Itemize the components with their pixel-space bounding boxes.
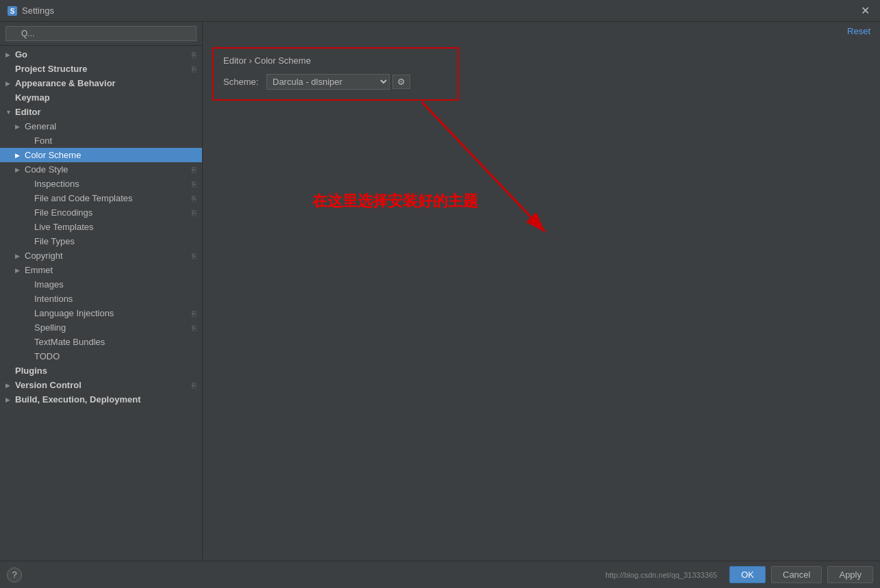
cancel-button[interactable]: Cancel	[771, 566, 822, 583]
sidebar-item-label: Color Scheme	[25, 150, 197, 160]
content-body: Editor › Color Scheme Scheme: Darcula - …	[203, 40, 880, 561]
sidebar: ▶Go⎘Project Structure⎘▶Appearance & Beha…	[0, 22, 203, 561]
annotation-svg	[340, 81, 751, 355]
tree-arrow: ▶	[15, 166, 25, 173]
copy-icon: ⎘	[192, 309, 197, 318]
sidebar-item-keymap[interactable]: Keymap	[0, 90, 202, 105]
tree: ▶Go⎘Project Structure⎘▶Appearance & Beha…	[0, 46, 202, 561]
svg-line-3	[422, 102, 545, 232]
scheme-panel: Editor › Color Scheme Scheme: Darcula - …	[212, 47, 459, 101]
copy-icon: ⎘	[192, 324, 197, 332]
titlebar: S Settings ✕	[0, 0, 880, 22]
scheme-gear-button[interactable]: ⚙	[392, 75, 410, 89]
scheme-label: Scheme:	[223, 77, 261, 87]
sidebar-item-plugins[interactable]: Plugins	[0, 363, 202, 378]
sidebar-item-label: Intentions	[34, 294, 197, 304]
sidebar-item-label: Editor	[15, 107, 197, 117]
copy-icon: ⎘	[192, 180, 197, 188]
content-header: Reset	[203, 22, 880, 40]
sidebar-item-label: Keymap	[15, 92, 197, 103]
sidebar-item-label: Live Templates	[34, 222, 197, 232]
sidebar-item-label: Spelling	[34, 322, 189, 333]
bottom-left: ?	[7, 567, 22, 583]
tree-arrow: ▶	[5, 80, 15, 87]
tree-arrow: ▶	[15, 253, 25, 259]
sidebar-item-copyright[interactable]: ▶Copyright⎘	[0, 248, 202, 263]
sidebar-item-label: Font	[34, 136, 197, 146]
sidebar-item-editor[interactable]: ▼Editor	[0, 105, 202, 119]
search-box	[0, 22, 202, 46]
annotation-area	[340, 81, 751, 355]
sidebar-item-label: Plugins	[15, 366, 197, 376]
url-text: http://blog.csdn.net/qq_31333365	[605, 571, 717, 579]
sidebar-item-label: Go	[15, 49, 189, 60]
sidebar-item-todo[interactable]: TODO	[0, 349, 202, 363]
content-area: Reset Editor › Color Scheme Scheme: Darc…	[203, 22, 880, 561]
sidebar-item-label: Build, Execution, Deployment	[15, 394, 197, 405]
search-input[interactable]	[5, 26, 197, 41]
tree-arrow: ▶	[15, 267, 25, 274]
sidebar-item-label: Version Control	[15, 380, 189, 390]
apply-button[interactable]: Apply	[827, 566, 873, 583]
sidebar-item-label: General	[25, 121, 197, 131]
sidebar-item-label: TODO	[34, 351, 197, 361]
search-wrapper	[5, 26, 197, 41]
sidebar-item-label: Copyright	[25, 251, 189, 261]
sidebar-item-font[interactable]: Font	[0, 133, 202, 148]
sidebar-item-label: Code Style	[25, 164, 189, 175]
tree-arrow: ▶	[5, 51, 15, 58]
sidebar-item-file-encodings[interactable]: File Encodings⎘	[0, 205, 202, 220]
sidebar-item-label: File Encodings	[34, 207, 189, 218]
sidebar-item-spelling[interactable]: Spelling⎘	[0, 320, 202, 335]
sidebar-item-project-structure[interactable]: Project Structure⎘	[0, 62, 202, 76]
sidebar-item-emmet[interactable]: ▶Emmet	[0, 263, 202, 277]
copy-icon: ⎘	[192, 166, 197, 174]
bottom-bar: ? http://blog.csdn.net/qq_31333365 OK Ca…	[0, 561, 880, 588]
sidebar-item-label: Images	[34, 279, 197, 290]
sidebar-item-appearance-behavior[interactable]: ▶Appearance & Behavior	[0, 76, 202, 90]
reset-button[interactable]: Reset	[844, 25, 873, 38]
sidebar-item-build-execution[interactable]: ▶Build, Execution, Deployment	[0, 392, 202, 407]
scheme-breadcrumb: Editor › Color Scheme	[223, 55, 448, 66]
copy-icon: ⎘	[192, 194, 197, 203]
help-button[interactable]: ?	[7, 567, 22, 583]
sidebar-item-label: Emmet	[25, 265, 197, 275]
svg-text:S: S	[10, 8, 15, 15]
window-title: Settings	[22, 5, 857, 16]
sidebar-item-version-control[interactable]: ▶Version Control⎘	[0, 378, 202, 392]
tree-arrow: ▼	[5, 109, 15, 116]
sidebar-item-intentions[interactable]: Intentions	[0, 292, 202, 306]
close-button[interactable]: ✕	[857, 3, 873, 19]
copy-icon: ⎘	[192, 65, 197, 73]
sidebar-item-go[interactable]: ▶Go⎘	[0, 47, 202, 62]
sidebar-item-file-types[interactable]: File Types	[0, 234, 202, 248]
sidebar-item-general[interactable]: ▶General	[0, 119, 202, 133]
sidebar-item-code-style[interactable]: ▶Code Style⎘	[0, 162, 202, 177]
scheme-select[interactable]: Darcula - dlsniper	[266, 74, 390, 90]
sidebar-item-inspections[interactable]: Inspections⎘	[0, 177, 202, 191]
sidebar-item-file-code-templates[interactable]: File and Code Templates⎘	[0, 191, 202, 205]
ok-button[interactable]: OK	[729, 566, 766, 583]
copy-icon: ⎘	[192, 252, 197, 260]
sidebar-item-label: File Types	[34, 236, 197, 246]
tree-arrow: ▶	[5, 396, 15, 403]
tree-arrow: ▶	[5, 382, 15, 389]
tree-arrow: ▶	[15, 152, 25, 159]
sidebar-item-label: Appearance & Behavior	[15, 78, 197, 88]
sidebar-item-color-scheme[interactable]: ▶Color Scheme	[0, 148, 202, 162]
scheme-select-wrap: Darcula - dlsniper ⚙	[266, 74, 410, 90]
sidebar-item-label: Inspections	[34, 179, 189, 189]
sidebar-item-textmate-bundles[interactable]: TextMate Bundles	[0, 335, 202, 349]
annotation-text: 在这里选择安装好的主题	[312, 191, 478, 212]
sidebar-item-live-templates[interactable]: Live Templates	[0, 220, 202, 234]
main-layout: ▶Go⎘Project Structure⎘▶Appearance & Beha…	[0, 22, 880, 561]
copy-icon: ⎘	[192, 209, 197, 217]
scheme-row: Scheme: Darcula - dlsniper ⚙	[223, 74, 448, 90]
sidebar-item-label: Language Injections	[34, 308, 189, 318]
sidebar-item-images[interactable]: Images	[0, 277, 202, 292]
sidebar-item-label: File and Code Templates	[34, 193, 189, 203]
sidebar-item-label: TextMate Bundles	[34, 337, 197, 347]
sidebar-item-language-injections[interactable]: Language Injections⎘	[0, 306, 202, 320]
app-icon: S	[7, 5, 18, 16]
copy-icon: ⎘	[192, 381, 197, 389]
